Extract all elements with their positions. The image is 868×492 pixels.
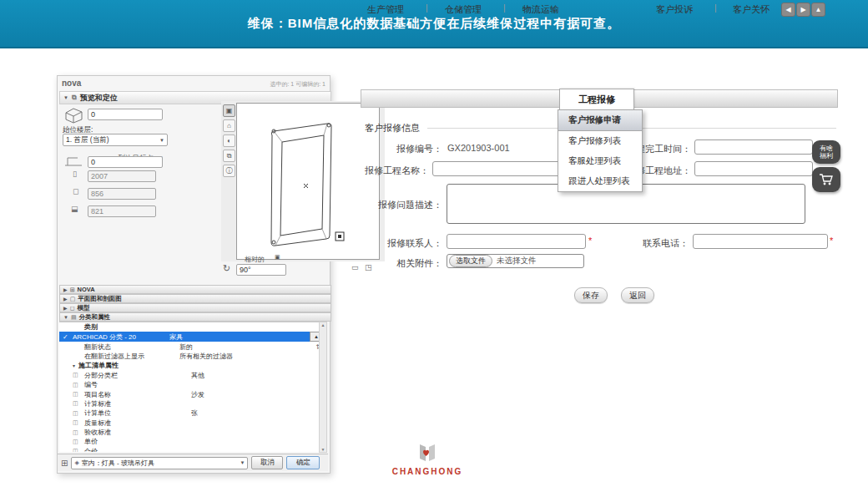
cancel-button[interactable]: 取消	[251, 456, 283, 469]
changhong-emblem-icon	[415, 443, 440, 464]
finish-time-input[interactable]	[694, 139, 813, 155]
renovation-status-row[interactable]: 翻新状态 新的 ⇅	[59, 342, 326, 351]
renovation-filter-label: 在翻新过滤器上显示	[84, 352, 179, 361]
tab-production[interactable]: 生产管理	[367, 3, 404, 16]
section-classification[interactable]: ▼ ▤ 分类和属性	[59, 312, 331, 322]
model-icon: ◻	[70, 305, 75, 312]
contact-label: 报修联系人：	[371, 237, 442, 250]
mirror-icon[interactable]: ▭	[351, 263, 359, 271]
renovation-filter-value: 所有相关的过滤器	[179, 352, 326, 361]
angle-flag-icon: ▣	[275, 254, 280, 261]
property-label: 单价	[84, 437, 191, 446]
property-table: 类别 ✓ ARCHICAD 分类 - 20 家具 ▲ 翻新状态 新的 ⇅ 在翻新…	[59, 322, 326, 452]
property-value: 张	[191, 408, 326, 418]
dim-depth-icon: ⬓	[71, 205, 78, 213]
choose-file-button[interactable]: 选取文件	[449, 255, 492, 267]
property-row[interactable]: ◫ 计算单位 张	[59, 408, 326, 418]
property-label: 合价	[84, 447, 191, 452]
preview-viewport: ▣ ⌂ ◐ ⧉ ⓘ	[221, 101, 385, 261]
section-plan-section[interactable]: ▶ ▢ 平面图和剖面图	[59, 294, 331, 303]
home-story-select[interactable]: 1. 首层 (当前) ▼	[63, 134, 168, 146]
menu-item-repair-list[interactable]: 客户报修列表	[558, 131, 642, 151]
save-button[interactable]: 保存	[574, 287, 608, 303]
promo-text: 有啥	[820, 145, 833, 152]
section-model-label: 模型	[77, 304, 89, 312]
view-2d-symbol-icon[interactable]: ▣	[223, 104, 235, 117]
property-row[interactable]: ◫ 分部分类栏 其他	[59, 371, 326, 380]
property-row[interactable]: ◫ 计算标准	[59, 399, 326, 408]
chevron-right-icon: ▶	[63, 287, 68, 292]
cube-icon	[63, 106, 84, 124]
dim-depth-input[interactable]: 821	[88, 205, 156, 217]
tab-warehouse[interactable]: 仓储管理	[445, 3, 482, 16]
menu-item-repair-apply[interactable]: 客户报修申请	[558, 110, 642, 131]
tab-logistics[interactable]: 物流运输	[522, 3, 559, 16]
layer-value: 室内：灯具 - 玻璃吊灯具	[82, 459, 154, 468]
tab-repair-active[interactable]: 工程报修	[559, 89, 634, 110]
promo-badge[interactable]: 有啥 福利	[812, 140, 840, 164]
file-upload-box: 选取文件 未选择文件	[447, 254, 584, 268]
menu-item-follow-list[interactable]: 跟进人处理列表	[558, 171, 642, 191]
classification-icon: ▤	[71, 314, 77, 321]
layer-select[interactable]: ◈ 室内：灯具 - 玻璃吊灯具 ▼	[71, 457, 248, 469]
phone-input[interactable]	[693, 234, 828, 249]
nav-up-icon[interactable]: ▲	[811, 3, 825, 17]
property-row[interactable]: ◫ 项目名称 沙发	[59, 389, 326, 398]
back-button[interactable]: 返回	[621, 287, 654, 303]
property-icon: ◫	[73, 410, 84, 417]
dim-width-input[interactable]: 856	[88, 188, 156, 200]
repair-no-label: 报修编号：	[371, 143, 442, 155]
property-row[interactable]: ◫ 编号	[59, 380, 326, 389]
project-addr-input[interactable]	[694, 161, 813, 176]
property-row[interactable]: ◫ 验收标准	[59, 428, 326, 437]
menu-item-label: 客户报修申请	[568, 114, 621, 126]
phone-label: 联系电话：	[622, 237, 689, 250]
checkbox-checked-icon[interactable]: ✓	[63, 333, 73, 341]
chevron-down-icon: ▼	[240, 460, 245, 465]
tab-care[interactable]: 客户关怀	[733, 3, 770, 16]
ok-label: 确定	[296, 458, 310, 468]
section-model[interactable]: ▶ ◻ 模型	[59, 303, 331, 312]
home-story-value: 1. 首层 (当前)	[66, 135, 108, 145]
cart-button[interactable]	[812, 167, 840, 192]
tab-complaint[interactable]: 客户投诉	[656, 3, 693, 16]
offset-bottom-input[interactable]: 0	[88, 156, 163, 168]
dim-height-icon: ▯	[73, 170, 77, 178]
angle-value: 90°	[240, 266, 251, 274]
menu-item-service-list[interactable]: 客服处理列表	[558, 151, 642, 171]
view-3d-icon[interactable]: ◐	[223, 134, 235, 147]
preview-mode-strip: ▣ ⌂ ◐ ⧉ ⓘ	[223, 104, 235, 177]
section-title: 客户报修信息	[365, 122, 420, 134]
angle-input[interactable]: 90°	[236, 264, 286, 276]
menu-item-label: 客服处理列表	[568, 155, 621, 167]
property-label: 编号	[84, 380, 191, 389]
preview-canvas[interactable]	[236, 103, 380, 260]
property-label: 计算标准	[84, 399, 191, 408]
quick-options-icon[interactable]: ⊞	[61, 459, 68, 468]
renovation-filter-row[interactable]: 在翻新过滤器上显示 所有相关的过滤器	[59, 352, 326, 361]
section-nova[interactable]: ▶ ⊞ NOVA	[59, 285, 331, 294]
table-scrollbar[interactable]: ▲▼	[319, 322, 327, 453]
property-row[interactable]: ◫ 合价	[59, 447, 326, 452]
dim-height-value: 2007	[91, 172, 108, 180]
contact-input[interactable]	[447, 234, 586, 249]
dim-height-input[interactable]: 2007	[88, 170, 156, 182]
view-front-icon[interactable]: ⌂	[223, 119, 235, 132]
ok-button[interactable]: 确定	[286, 456, 320, 469]
view-info-icon[interactable]: ⓘ	[223, 165, 235, 177]
property-group-row[interactable]: ▾ 施工清单属性	[59, 361, 326, 370]
property-row[interactable]: ◫ 单价	[59, 437, 326, 446]
brand-logo: CHANGHONG	[386, 443, 469, 476]
nav-forward-icon[interactable]: ▶	[796, 3, 810, 17]
view-axono-icon[interactable]: ⧉	[223, 150, 235, 162]
property-row[interactable]: ◫ 质量标准	[59, 418, 326, 428]
section-classification-label: 分类和属性	[79, 313, 111, 322]
repair-no-value: GX201903-001	[447, 143, 510, 153]
menu-item-label: 跟进人处理列表	[568, 175, 630, 187]
classification-selected-row[interactable]: ✓ ARCHICAD 分类 - 20 家具 ▲	[59, 332, 326, 342]
nav-back-icon[interactable]: ◀	[781, 3, 795, 17]
elevation-icon	[63, 155, 84, 168]
banner-text: 维保：BIM信息化的数据基础方便在后续维保过程中有据可查。	[248, 16, 621, 32]
bim-bottom-bar: ⊞ ◈ 室内：灯具 - 玻璃吊灯具 ▼ 取消 确定	[58, 454, 328, 471]
offset-top-input[interactable]: 0	[88, 109, 163, 120]
